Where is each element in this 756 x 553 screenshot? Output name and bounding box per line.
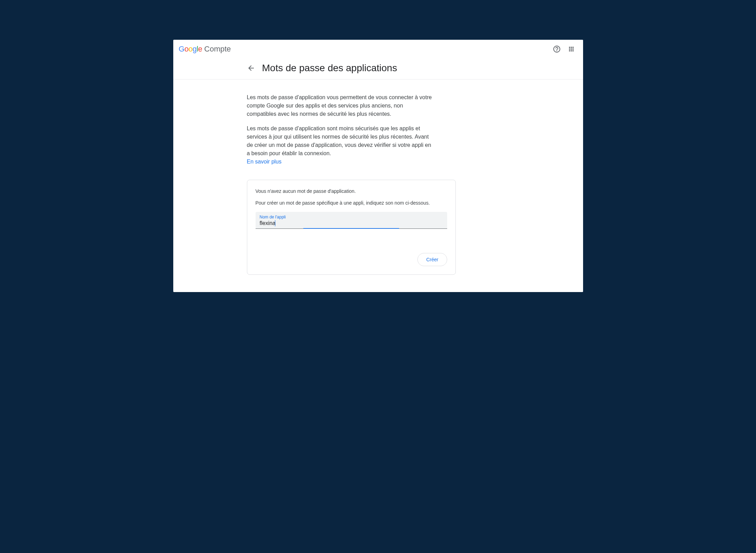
logo-letter-e: e bbox=[198, 45, 202, 54]
back-arrow-icon[interactable] bbox=[247, 64, 255, 72]
create-button[interactable]: Créer bbox=[417, 253, 447, 266]
page-title: Mots de passe des applications bbox=[262, 63, 397, 74]
apps-grid-icon[interactable] bbox=[567, 45, 575, 53]
app-name-input[interactable]: flexina bbox=[260, 220, 443, 226]
header-icons bbox=[553, 45, 578, 53]
app-window: Google Compte Mots de passe des applicat… bbox=[173, 40, 583, 292]
button-row: Créer bbox=[256, 253, 447, 266]
app-name-input-wrapper[interactable]: Nom de l'appli flexina bbox=[256, 212, 447, 229]
logo-area[interactable]: Google Compte bbox=[179, 45, 231, 54]
logo-letter-g2: g bbox=[193, 45, 197, 54]
description-paragraph-1: Les mots de passe d'application vous per… bbox=[247, 93, 434, 118]
description-paragraph-2: Les mots de passe d'application sont moi… bbox=[247, 124, 434, 166]
logo-letter-o2: o bbox=[188, 45, 193, 54]
product-name: Compte bbox=[204, 45, 231, 54]
text-cursor bbox=[275, 220, 275, 226]
help-icon[interactable] bbox=[553, 45, 561, 53]
logo-letter-o1: o bbox=[184, 45, 188, 54]
app-name-label: Nom de l'appli bbox=[260, 215, 443, 219]
empty-state-text: Vous n'avez aucun mot de passe d'applica… bbox=[256, 188, 447, 194]
app-password-card: Vous n'avez aucun mot de passe d'applica… bbox=[247, 180, 456, 275]
title-bar: Mots de passe des applications bbox=[173, 58, 583, 79]
google-logo: Google bbox=[179, 45, 202, 54]
instruction-text: Pour créer un mot de passe spécifique à … bbox=[256, 200, 447, 206]
learn-more-link[interactable]: En savoir plus bbox=[247, 159, 282, 165]
header: Google Compte bbox=[173, 40, 583, 58]
main-content: Les mots de passe d'application vous per… bbox=[173, 79, 457, 292]
app-name-value: flexina bbox=[260, 220, 276, 226]
logo-letter-g: G bbox=[179, 45, 185, 54]
description-text-2: Les mots de passe d'application sont moi… bbox=[247, 125, 431, 156]
